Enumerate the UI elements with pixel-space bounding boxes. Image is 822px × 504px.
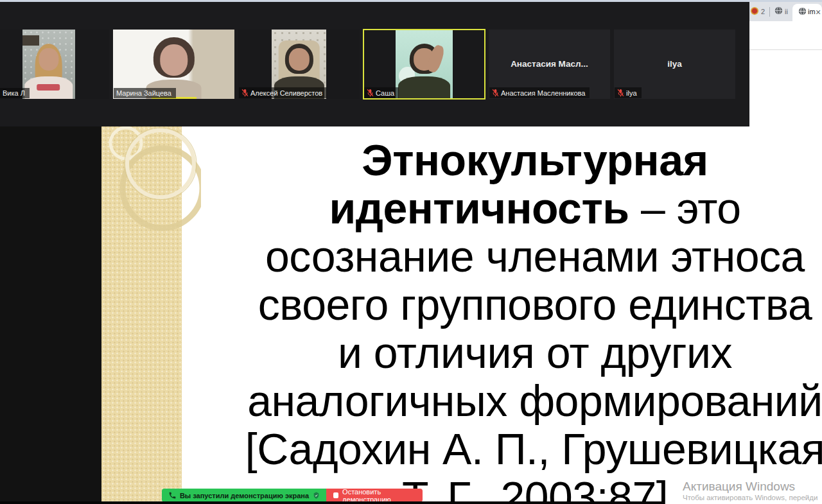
participant-tile[interactable]: Анастасия Масл...Анастасия Масленникова: [489, 30, 610, 99]
slide-line: идентичность – это: [182, 184, 822, 232]
participant-name-label: Анастасия Масленникова: [489, 87, 590, 98]
stop-share-label: Остановить демонстрацию: [342, 488, 423, 503]
participant-tile[interactable]: Саша: [363, 30, 485, 99]
phone-icon: [168, 491, 177, 500]
windows-activation-subtext: Чтобы активировать Windows, перейди: [683, 494, 818, 501]
participant-tile[interactable]: Марина Зайцева: [113, 30, 234, 99]
slide-line: и отличия от других: [182, 329, 822, 377]
share-status-bar: Вы запустили демонстрацию экрана: [162, 489, 326, 502]
notification-favicon: [750, 6, 759, 15]
security-shield-icon[interactable]: [312, 491, 320, 500]
muted-mic-icon: [367, 89, 374, 97]
tab-close-icon[interactable]: ×: [816, 7, 821, 17]
slide-text: Этнокультурная идентичность – это осозна…: [182, 136, 822, 504]
participant-display-name: ilya: [614, 59, 735, 69]
muted-mic-icon: [492, 89, 499, 97]
participant-name-label: Марина Зайцева: [114, 88, 176, 98]
taskbar-edge: [0, 501, 665, 504]
zoom-filmstrip-window: Вика ЛМарина ЗайцеваАлексей СеливерстовС…: [0, 2, 749, 126]
tab-separator: [769, 7, 770, 17]
globe-icon: [798, 7, 807, 15]
participant-name-label: Саша: [364, 87, 399, 98]
share-letterbox: [0, 126, 101, 504]
participant-name-label: Вика Л: [0, 88, 30, 98]
slide-line: Этнокультурная: [182, 136, 822, 184]
slide-line: аналогичных формирований: [182, 377, 822, 425]
slide-line: [Садохин А. П., Грушевицкая: [182, 425, 822, 473]
participant-tile[interactable]: Алексей Селиверстов: [238, 30, 360, 99]
participant-video: [396, 30, 453, 99]
slide-line: своего группового единства: [182, 281, 822, 329]
tab-badge[interactable]: 2: [761, 8, 765, 16]
active-tab-title: im: [808, 8, 816, 16]
tab-title[interactable]: ii: [785, 8, 788, 16]
participant-display-name: Анастасия Масл...: [489, 59, 610, 69]
toolbar-divider: [749, 49, 822, 50]
participant-name-label: Алексей Селиверстов: [239, 87, 327, 98]
stop-icon: [333, 492, 338, 498]
globe-icon: [774, 6, 783, 15]
participant-name-label: ilya: [615, 87, 642, 98]
windows-activation-watermark: Активация Windows: [683, 480, 795, 494]
participant-tile[interactable]: Вика Л: [0, 30, 109, 99]
participant-video: [22, 30, 75, 99]
slide-line: осознание членами этноса: [182, 232, 822, 281]
muted-mic-icon: [241, 89, 249, 97]
share-status-text: Вы запустили демонстрацию экрана: [177, 492, 312, 500]
stop-share-button[interactable]: Остановить демонстрацию: [326, 489, 423, 502]
participant-tile[interactable]: ilyailya: [614, 30, 735, 99]
muted-mic-icon: [617, 89, 624, 97]
